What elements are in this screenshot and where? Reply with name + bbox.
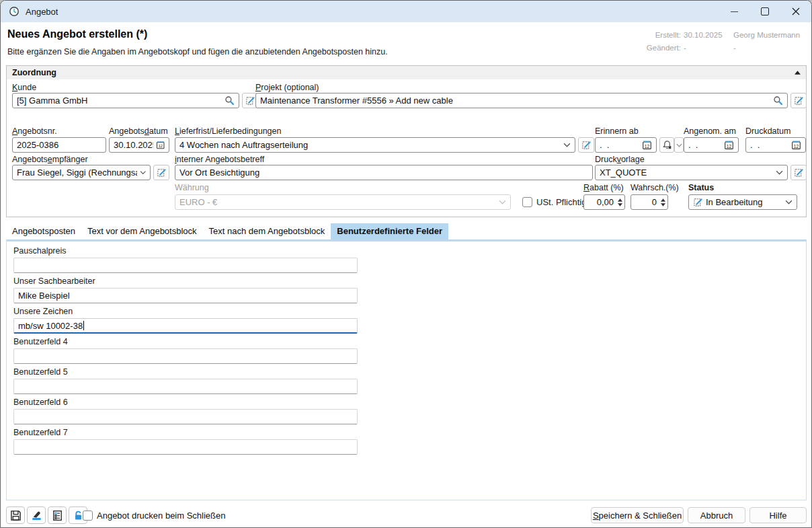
close-button[interactable] <box>780 1 811 22</box>
minimize-button[interactable] <box>719 1 749 22</box>
minimize-icon <box>731 11 738 12</box>
zuordnung-group: Zuordnung Kunde [5] Gamma GmbH Projekt (… <box>6 65 807 217</box>
tab-text-vor-angebotsblock[interactable]: Text vor dem Angebotsblock <box>81 223 203 239</box>
status-combobox[interactable]: In Bearbeitung <box>688 194 797 210</box>
druckvorlage-edit-button[interactable] <box>790 165 807 180</box>
tab-angebotsposten[interactable]: Angebotsposten <box>6 223 81 239</box>
unsere-zeichen-input[interactable]: mb/sw 10002-38 <box>13 318 358 334</box>
spin-up-icon[interactable] <box>661 198 665 202</box>
clock-app-icon <box>9 6 19 17</box>
zuordnung-group-header: Zuordnung <box>7 66 806 79</box>
page-subtitle: Bitte ergänzen Sie die Angaben im Angebo… <box>7 47 388 56</box>
angenom-am-date-input[interactable]: . . 12 <box>684 137 739 153</box>
chevron-down-icon <box>563 143 571 147</box>
save-icon <box>10 510 22 521</box>
benutzerfeld4-label: Benutzerfeld 4 <box>13 337 68 346</box>
calendar-icon[interactable]: 12 <box>156 140 165 150</box>
erinnern-ab-label: Erinnern ab <box>595 126 639 136</box>
created-date: 30.10.2025 <box>681 31 732 44</box>
kunde-label: Kunde <box>12 83 36 92</box>
angebotsnr-input[interactable]: 2025-0386 <box>12 137 106 153</box>
benutzerfeld6-input[interactable] <box>13 409 358 424</box>
print-on-close-label: Angebot drucken beim Schließen <box>97 511 226 521</box>
druckvorlage-combobox[interactable]: XT_QUOTE <box>595 165 788 180</box>
betreff-input[interactable]: Vor Ort Besichtigung <box>175 165 593 180</box>
spin-down-icon[interactable] <box>618 203 622 206</box>
stamp-button[interactable] <box>27 506 46 524</box>
zuordnung-title: Zuordnung <box>12 68 56 77</box>
collapse-arrow-icon <box>795 71 801 75</box>
unser-sachbearbeiter-label: Unser Sachbearbeiter <box>13 276 95 286</box>
benutzerfeld5-label: Benutzerfeld 5 <box>13 367 68 377</box>
tab-text-nach-angebotsblock[interactable]: Text nach dem Angebotsblock <box>203 223 331 239</box>
benutzerdefinierte-felder-panel: Pauschalpreis Unser Sachbearbeiter Mike … <box>6 239 807 500</box>
angebotsnr-label: Angebotsnr. <box>12 126 57 136</box>
pauschalpreis-input[interactable] <box>13 258 358 273</box>
projekt-edit-button[interactable] <box>790 93 807 108</box>
save-button[interactable] <box>6 506 25 524</box>
benutzerfeld7-label: Benutzerfeld 7 <box>13 428 68 437</box>
angebotsempfaenger-edit-button[interactable] <box>153 165 169 180</box>
chevron-down-icon <box>785 200 793 204</box>
record-meta: Erstellt: 30.10.2025 Georg Mustermann Ge… <box>642 31 805 56</box>
chevron-down-icon <box>140 170 146 175</box>
lieferfrist-edit-button[interactable] <box>578 137 594 153</box>
edit-icon <box>245 96 255 106</box>
svg-text:12: 12 <box>645 144 650 149</box>
edit-icon <box>157 167 167 178</box>
chevron-down-icon <box>499 200 506 204</box>
page-title: Neues Angebot erstellen (*) <box>7 28 147 40</box>
calendar-icon[interactable]: 12 <box>724 140 734 150</box>
modified-label: Geändert: <box>642 44 681 56</box>
druckvorlage-label: Druckvorlage <box>595 155 645 164</box>
reminder-dismiss-button[interactable] <box>659 137 674 153</box>
search-icon[interactable] <box>773 96 783 106</box>
tab-benutzerdefinierte-felder[interactable]: Benutzerdefinierte Felder <box>331 223 448 239</box>
projekt-input[interactable]: Maintenance Transformer #5556 » Add new … <box>255 93 788 108</box>
rabatt-spinner-input[interactable]: 0,00 <box>583 194 625 210</box>
calendar-icon[interactable]: 12 <box>791 140 801 150</box>
edit-icon <box>794 96 804 106</box>
druckdatum-label: Druckdatum <box>745 126 790 136</box>
lieferfrist-label: Lieferfrist/Lieferbedingungen <box>175 126 281 136</box>
calendar-icon[interactable]: 12 <box>642 140 652 150</box>
wahrsch-spinner-input[interactable]: 0 <box>631 194 668 210</box>
betreff-label: interner Angebotsbetreff <box>175 155 264 164</box>
benutzerfeld5-input[interactable] <box>13 379 358 394</box>
spin-down-icon[interactable] <box>661 203 665 206</box>
angebotsempfaenger-combobox[interactable]: Frau Siegel, Siggi (Rechnungsadres <box>12 165 151 180</box>
benutzerfeld7-input[interactable] <box>13 439 358 455</box>
erinnern-ab-date-input[interactable]: . . 12 <box>595 137 657 153</box>
report-icon <box>52 510 63 521</box>
collapse-group-button[interactable] <box>795 71 801 75</box>
benutzerfeld4-input[interactable] <box>13 348 358 364</box>
print-on-close-checkbox[interactable] <box>83 511 93 521</box>
druckdatum-date-input[interactable]: . . 12 <box>745 137 806 153</box>
angebotsdatum-input[interactable]: 30.10.2025 12 <box>109 137 169 153</box>
edit-icon <box>794 167 804 178</box>
titlebar: Angebot <box>1 1 811 22</box>
ust-pflichtig-checkbox[interactable] <box>522 197 532 207</box>
created-label: Erstellt: <box>642 31 681 44</box>
svg-text:12: 12 <box>794 144 799 149</box>
edit-icon <box>581 140 592 150</box>
benutzerfeld6-label: Benutzerfeld 6 <box>13 398 68 407</box>
angenom-am-label: Angenom. am <box>684 126 736 136</box>
reminder-options-dropdown[interactable] <box>674 137 684 153</box>
unser-sachbearbeiter-input[interactable]: Mike Beispiel <box>13 288 358 303</box>
status-label: Status <box>688 183 714 192</box>
search-icon[interactable] <box>225 96 235 106</box>
kunde-input[interactable]: [5] Gamma GmbH <box>12 93 239 108</box>
window-title: Angebot <box>26 7 58 17</box>
abbruch-button[interactable]: Abbruch <box>688 507 745 523</box>
spin-up-icon[interactable] <box>618 198 622 202</box>
wahrsch-label: Wahrsch.(%) <box>631 183 679 192</box>
hilfe-button[interactable]: Hilfe <box>749 507 807 523</box>
lieferfrist-combobox[interactable]: 4 Wochen nach Auftragserteilung <box>175 137 575 153</box>
angebotsempfaenger-label: Angebotsempfänger <box>12 155 88 164</box>
tab-strip: Angebotsposten Text vor dem Angebotsbloc… <box>6 223 448 239</box>
speichern-schliessen-button[interactable]: Speichern & Schließen <box>591 507 684 523</box>
maximize-button[interactable] <box>749 1 780 22</box>
report-button[interactable] <box>48 506 67 524</box>
chevron-down-icon <box>776 170 783 175</box>
